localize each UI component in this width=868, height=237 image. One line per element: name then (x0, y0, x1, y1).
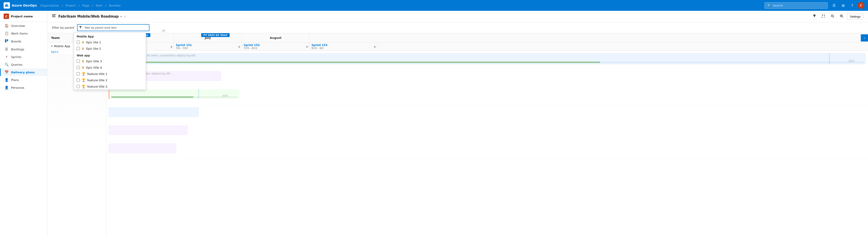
gantt-row-feature3 (106, 123, 868, 141)
dropdown-label-epic4: Epic title 4 (86, 66, 102, 69)
sprint-151-dates: 7/4 - 7/22 (176, 47, 240, 50)
feature-icon-3: 🏆 (82, 84, 86, 88)
feature-bar-4[interactable] (108, 143, 176, 153)
feature-bar-2[interactable]: 65% (108, 89, 240, 99)
checkbox-epic3[interactable] (76, 60, 80, 63)
gantt-right-panel: today FY 2023 Q1 Start June July August … (106, 33, 868, 237)
dropdown-group-web-app: Web app (74, 52, 146, 58)
dropdown-item-feature3[interactable]: 🏆 feature title 3 (74, 83, 146, 90)
sidebar-item-boards[interactable]: Boards (0, 37, 47, 45)
sidebar-label-backlogs: Backlogs (11, 47, 24, 51)
sidebar-item-queries[interactable]: 🔍 Queries (0, 61, 47, 68)
sidebar-label-queries: Queries (11, 63, 22, 66)
filter-input-wrapper (77, 24, 149, 31)
sprint-151-label[interactable]: Sprint 151 (176, 43, 240, 47)
checkbox-epic4[interactable] (76, 66, 80, 69)
breadcrumb: Organization / Project / Page / Item / N… (39, 4, 762, 7)
next-month-arrow[interactable]: › (861, 34, 868, 41)
project-name: Project name (11, 15, 33, 18)
sidebar-item-personas[interactable]: 👤 Personas (0, 84, 47, 92)
project-icon: C (4, 13, 9, 19)
svg-rect-2 (52, 14, 56, 15)
sidebar-label-delivery-plans: Delivery plans (11, 71, 35, 74)
settings-button[interactable]: Settings (847, 13, 864, 20)
progress-bg-1 (110, 62, 864, 63)
boards-icon (4, 39, 9, 43)
gantt-row-feature4 (106, 141, 868, 159)
gantt-row-epic1: ic title: Lorem ipsum dolor sit amet, co… (106, 51, 868, 69)
grid-icon[interactable]: ⊞ (839, 2, 847, 9)
svg-line-6 (833, 17, 834, 18)
gantt-body: ic title: Lorem ipsum dolor sit amet, co… (106, 51, 868, 237)
personas-icon: 👤 (4, 86, 9, 90)
filter-icon-btn[interactable] (811, 13, 818, 20)
fy-marker: FY 2023 Q1 Start (201, 33, 230, 37)
gantt-row-feature2: 65% (106, 87, 868, 105)
expand-icon-btn[interactable] (820, 13, 827, 20)
dropdown-label-feature2: feature title 2 (87, 78, 107, 82)
dropdown-item-epic2[interactable]: ♛ Epic tite 2 (74, 45, 146, 52)
sidebar-item-delivery-plans[interactable]: 📅 Delivery plans (0, 68, 47, 76)
filter-input[interactable] (77, 24, 149, 31)
app-logo[interactable]: Azure DevOps (4, 2, 37, 8)
dropdown-item-epic1[interactable]: ♛ Epic tite 1 (74, 39, 146, 45)
overview-icon: 🏠 (4, 24, 9, 28)
sidebar-item-overview[interactable]: 🏠 Overview (0, 22, 47, 30)
dropdown-item-feature1[interactable]: 🏆 feature title 1 (74, 71, 146, 77)
checkbox-feature1[interactable] (76, 72, 80, 75)
help-icon[interactable]: ? (848, 2, 856, 9)
checkbox-feature3[interactable] (76, 85, 80, 88)
epic-icon-3: ♛ (82, 59, 85, 63)
sidebar-item-work-items[interactable]: 📋 Work items (0, 30, 47, 37)
epic-icon-1: ♛ (82, 40, 85, 44)
list-icon[interactable]: ☰ (831, 2, 838, 9)
progress-pct-2: 65% (223, 94, 228, 97)
team-expand-icon[interactable]: ▾ (51, 44, 53, 48)
checkbox-feature2[interactable] (76, 78, 80, 82)
delivery-plans-icon: 📅 (4, 70, 9, 74)
sidebar-label-sprints: Sprints (11, 55, 22, 59)
cursor-hand: ☞ (162, 28, 166, 34)
page-header: Fabrikam Mobile/Web Roadmap ▾ ☆ Settings (48, 11, 868, 22)
dropdown-group-mobile-app: Mobile App (74, 33, 146, 39)
epic-bar-2[interactable] (108, 107, 199, 117)
sprint-150-add[interactable]: + (170, 44, 173, 49)
app-name: Azure DevOps (12, 4, 37, 7)
avatar[interactable]: C (858, 2, 864, 9)
dropdown-item-feature2[interactable]: 🏆 feature title 2 (74, 77, 146, 83)
sprints-icon: ⚡ (4, 55, 9, 59)
search-icon: 🔍 (767, 4, 771, 7)
favorite-icon[interactable]: ☆ (124, 15, 127, 18)
dropdown-item-epic4[interactable]: ♛ Epic title 4 (74, 64, 146, 71)
checkbox-epic1[interactable] (76, 41, 80, 44)
sprint-153-label[interactable]: Sprint 153 (311, 43, 375, 47)
zoom-in-icon[interactable] (838, 13, 845, 20)
sidebar-project[interactable]: C Project name (0, 11, 47, 22)
sidebar-item-plans[interactable]: 👤 Plans (0, 76, 47, 84)
sprint-151-add[interactable]: + (238, 44, 241, 49)
feature-bar-3[interactable] (108, 125, 188, 135)
sprint-152-label[interactable]: Sprint 152 (244, 43, 308, 47)
dropdown-label-epic2: Epic tite 2 (86, 47, 101, 50)
checkbox-epic2[interactable] (76, 47, 80, 50)
dropdown-label-feature3: feature title 3 (87, 85, 107, 88)
team-name: Mobile App (54, 44, 70, 48)
sidebar-item-backlogs[interactable]: ☰ Backlogs (0, 45, 47, 53)
page-header-icon (52, 14, 56, 19)
gantt-timeline-header: today FY 2023 Q1 Start June July August … (106, 33, 868, 43)
gantt-row-feature1: m dolor sit amet, consectetur adipiscing… (106, 69, 868, 87)
top-nav: Azure DevOps Organization / Project / Pa… (0, 0, 868, 11)
sprint-152-add[interactable]: + (306, 44, 309, 49)
sprint-153-add[interactable]: + (373, 44, 376, 49)
progress-fill-1 (110, 62, 600, 63)
progress-bg-2 (111, 96, 238, 98)
work-items-icon: 📋 (4, 31, 9, 35)
zoom-out-icon[interactable] (829, 13, 836, 20)
epic-bar-1[interactable]: ic title: Lorem ipsum dolor sit amet, co… (108, 53, 866, 64)
dropdown-item-epic3[interactable]: ♛ Epic title 3 (74, 58, 146, 64)
sprint-151-header: Sprint 151 7/4 - 7/22 + (174, 43, 242, 50)
chevron-down-icon[interactable]: ▾ (121, 15, 122, 18)
svg-rect-1 (7, 39, 8, 41)
sidebar-item-sprints[interactable]: ⚡ Sprints (0, 53, 47, 61)
search-bar[interactable]: 🔍 Search (765, 2, 828, 9)
